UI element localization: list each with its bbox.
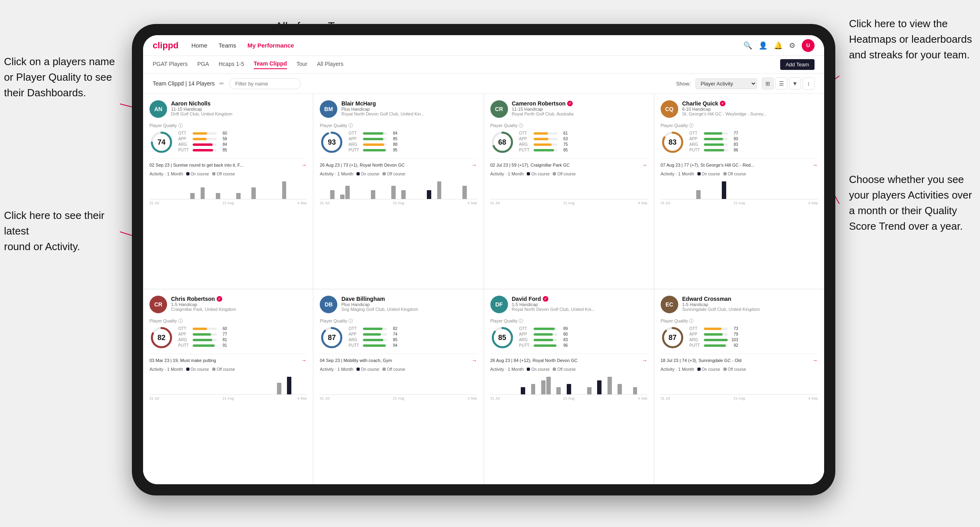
stat-row-ott: OTT 77 (689, 131, 818, 135)
sub-nav-pgat[interactable]: PGAT Players (153, 61, 187, 69)
stat-row-arg: ARG 81 (178, 338, 307, 342)
latest-round-arrow[interactable]: → (301, 357, 307, 364)
stats-bars: OTT 84 APP 85 ARG 88 PUTT 95 (349, 131, 477, 153)
player-name[interactable]: Cameron Robertson ✓ (512, 100, 647, 107)
latest-round-arrow[interactable]: → (472, 162, 477, 168)
sub-nav-all-players[interactable]: All Players (317, 61, 343, 69)
latest-round-arrow[interactable]: → (812, 357, 818, 364)
latest-round[interactable]: 03 Mar 23 | 19, Must make putting → (149, 354, 307, 364)
stat-row-arg: ARG 83 (519, 338, 647, 342)
player-name[interactable]: Aaron Nicholls (171, 100, 307, 107)
stat-row-app: APP 74 (349, 332, 477, 336)
chart-date: 31 Jul (149, 201, 159, 205)
mini-chart (490, 179, 647, 199)
quality-value[interactable]: 83 (669, 138, 677, 147)
player-info: Aaron Nicholls 11-15 Handicap Drift Golf… (171, 100, 307, 116)
mini-chart (490, 374, 647, 395)
latest-round[interactable]: 04 Sep 23 | Mobility with coach, Gym → (320, 354, 477, 364)
latest-round[interactable]: 07 Aug 23 | 77 (+7), St George's Hill GC… (661, 158, 818, 168)
stats-bars: OTT 60 APP 58 ARG 84 PUTT 85 (178, 131, 307, 153)
quality-value[interactable]: 87 (669, 334, 677, 342)
sub-nav-tour[interactable]: Tour (297, 61, 307, 69)
quality-donut[interactable]: 87 (661, 326, 685, 350)
player-name[interactable]: Charlie Quick ✓ (682, 100, 818, 107)
latest-round-arrow[interactable]: → (301, 162, 307, 168)
quality-value[interactable]: 74 (157, 138, 165, 147)
search-icon[interactable]: 🔍 (743, 41, 752, 50)
latest-round[interactable]: 26 Aug 23 | 73 (+1), Royal North Devon G… (320, 158, 477, 168)
quality-value[interactable]: 87 (328, 334, 336, 342)
sort-view-button[interactable]: ↕ (803, 78, 815, 89)
add-team-button[interactable]: Add Team (780, 59, 815, 70)
show-select[interactable]: Player Activity Quality Score Trend (695, 78, 757, 89)
activity-title: Activity · 1 Month (490, 367, 524, 372)
off-course-dot (382, 368, 386, 371)
latest-round-arrow[interactable]: → (642, 162, 647, 168)
latest-round[interactable]: 02 Sep 23 | Sunrise round to get back in… (149, 158, 307, 168)
player-avatar: CR (149, 296, 167, 313)
activity-section: Activity · 1 Month On course Off course … (320, 367, 477, 400)
sub-nav-team-clippd[interactable]: Team Clippd (254, 60, 287, 69)
activity-header: Activity · 1 Month On course Off course (490, 171, 647, 176)
latest-round-arrow[interactable]: → (812, 162, 818, 168)
chart-date: 31 Jul (149, 396, 159, 400)
profile-icon[interactable]: 👤 (759, 41, 767, 50)
player-name[interactable]: David Ford ✓ (512, 296, 647, 302)
chart-date: 4 Sep (297, 396, 307, 400)
edit-team-icon[interactable]: ✏ (219, 80, 224, 87)
stats-bars: OTT 61 APP 63 ARG 75 PUTT 85 (519, 131, 647, 153)
quality-donut[interactable]: 68 (490, 130, 514, 154)
player-handicap: 11-15 Handicap (171, 107, 307, 111)
user-avatar[interactable]: U (802, 39, 815, 52)
quality-value[interactable]: 85 (498, 334, 506, 342)
latest-round-arrow[interactable]: → (472, 357, 477, 364)
player-club: Drift Golf Club, United Kingdom (171, 111, 307, 116)
nav-link-performance[interactable]: My Performance (247, 42, 294, 49)
quality-value[interactable]: 93 (328, 138, 336, 147)
grid-view-button[interactable]: ⊞ (762, 78, 774, 89)
nav-link-home[interactable]: Home (191, 42, 207, 49)
list-view-button[interactable]: ☰ (775, 78, 787, 89)
filter-view-button[interactable]: ▼ (789, 78, 801, 89)
player-avatar: DF (490, 296, 508, 313)
stats-bars: OTT 89 APP 80 ARG 83 PUTT 96 (519, 326, 647, 349)
player-name[interactable]: Chris Robertson ✓ (171, 296, 307, 302)
quality-donut[interactable]: 83 (661, 130, 685, 154)
latest-round[interactable]: 18 Jul 23 | 74 (+3), Sunningdale GC - Ol… (661, 354, 818, 364)
quality-donut[interactable]: 85 (490, 326, 514, 350)
quality-donut[interactable]: 93 (320, 130, 344, 154)
player-card: EC Edward Crossman 1-5 Handicap Sunningd… (654, 289, 824, 484)
activity-title: Activity · 1 Month (149, 367, 183, 372)
player-name[interactable]: Edward Crossman (682, 296, 818, 302)
activity-title: Activity · 1 Month (320, 171, 353, 176)
player-name[interactable]: Blair McHarg (341, 100, 477, 107)
bell-icon[interactable]: 🔔 (774, 41, 783, 50)
quality-section: 83 OTT 77 APP 80 ARG 83 PUTT 86 (661, 130, 818, 154)
chart-labels: 31 Jul21 Aug4 Sep (320, 396, 477, 400)
activity-title: Activity · 1 Month (320, 367, 353, 372)
latest-round[interactable]: 26 Aug 23 | 84 (+12), Royal North Devon … (490, 354, 647, 364)
view-icons: ⊞ ☰ ▼ ↕ (762, 78, 815, 89)
player-name[interactable]: Dave Billingham (341, 296, 477, 302)
sub-nav-hcaps[interactable]: Hcaps 1-5 (219, 61, 244, 69)
latest-round[interactable]: 02 Jul 23 | 59 (+17), Craigmillar Park G… (490, 158, 647, 168)
player-header: BM Blair McHarg Plus Handicap Royal Nort… (320, 100, 477, 118)
on-course-legend: On course (186, 172, 209, 176)
nav-link-teams[interactable]: Teams (219, 42, 236, 49)
quality-value[interactable]: 82 (157, 334, 165, 342)
settings-icon[interactable]: ⚙ (789, 41, 795, 50)
activity-title: Activity · 1 Month (661, 367, 694, 372)
quality-donut[interactable]: 82 (149, 326, 173, 350)
filter-input[interactable] (229, 78, 301, 89)
mini-chart (149, 179, 307, 199)
quality-donut[interactable]: 74 (149, 130, 173, 154)
stat-row-ott: OTT 89 (519, 326, 647, 331)
latest-round-text: 02 Sep 23 | Sunrise round to get back in… (149, 163, 243, 167)
quality-donut[interactable]: 87 (320, 326, 344, 350)
latest-round-arrow[interactable]: → (642, 357, 647, 364)
sub-nav-pga[interactable]: PGA (197, 61, 209, 69)
quality-value[interactable]: 68 (498, 138, 506, 147)
on-course-legend: On course (186, 367, 209, 372)
quality-section: 68 OTT 61 APP 63 ARG 75 PUTT 85 (490, 130, 647, 154)
stat-row-arg: ARG 75 (519, 142, 647, 147)
